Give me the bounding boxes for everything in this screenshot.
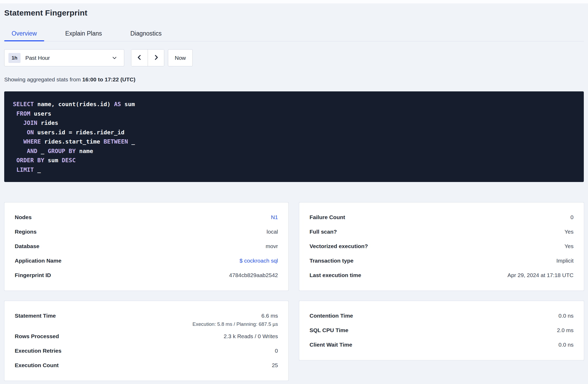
card-wait-times: Contention Time0.0 nsSQL CPU Time2.0 msC… [299,301,584,360]
sql-cpu-time-value: 2.0 ms [557,327,574,333]
sql-line: LIMIT _ [13,165,576,175]
stat-row: SQL CPU Time2.0 ms [310,323,574,337]
nodes-value-link[interactable]: N1 [271,214,278,220]
failure-count-label: Failure Count [310,214,345,220]
sql-statement-box: SELECT name, count(rides.id) AS sum FROM… [4,91,584,182]
stat-row: Vectorized execution?Yes [310,239,574,253]
now-button[interactable]: Now [168,49,193,66]
client-wait-time-label: Client Wait Time [310,342,352,348]
transaction-type-label: Transaction type [310,258,353,264]
stat-row: Fingerprint ID4784cb829aab2542 [15,268,278,282]
toolbar: 1h Past Hour [4,49,584,66]
last-execution-time-label: Last execution time [310,272,361,278]
stat-row: Statement Time6.6 msExecution: 5.8 ms / … [15,308,278,329]
full-scan-value: Yes [565,229,574,235]
sql-line: ORDER BY sum DESC [13,156,576,165]
stat-row: Failure Count0 [310,210,574,224]
tab-explain-plans[interactable]: Explain Plans [58,26,109,41]
stats-caption-prefix: Showing aggregated stats from [4,76,82,82]
stat-row: Transaction typeImplicit [310,253,574,268]
sql-line: FROM users [13,109,576,119]
sql-line: AND _ GROUP BY name [13,146,576,156]
tab-bar: OverviewExplain PlansDiagnostics [4,26,584,41]
database-value: movr [266,243,278,249]
database-label: Database [15,243,39,249]
stat-row: Databasemovr [15,239,278,253]
nodes-label: Nodes [15,214,32,220]
stat-row: Full scan?Yes [310,224,574,239]
interval-label: Past Hour [25,55,50,61]
vectorized-execution-value: Yes [565,243,574,249]
chevron-down-icon [111,55,118,61]
application-name-value-link[interactable]: $ cockroach sql [240,258,278,264]
statement-time-label: Statement Time [15,313,56,319]
card-statement-details: NodesN1RegionslocalDatabasemovrApplicati… [4,202,288,291]
client-wait-time-value: 0.0 ns [559,342,574,348]
rows-processed-value: 2.3 k Reads / 0 Writes [224,333,278,339]
cards-grid: NodesN1RegionslocalDatabasemovrApplicati… [4,202,584,381]
interval-badge: 1h [8,53,21,63]
stat-row: Regionslocal [15,224,278,239]
tab-diagnostics[interactable]: Diagnostics [123,26,169,41]
stat-row: Client Wait Time0.0 ns [310,337,574,352]
chevron-left-icon [136,54,143,62]
stat-row: Application Name$ cockroach sql [15,253,278,268]
full-scan-label: Full scan? [310,229,337,235]
sql-line: ON users.id = rides.rider_id [13,128,576,137]
fingerprint-id-label: Fingerprint ID [15,272,51,278]
transaction-type-value: Implicit [556,258,574,264]
statement-time-value: 6.6 ms [261,313,278,319]
fingerprint-id-value: 4784cb829aab2542 [229,272,278,278]
time-nav-group [131,49,164,66]
page-title: Statement Fingerprint [4,3,584,19]
stat-row: Execution Count25 [15,358,278,372]
application-name-label: Application Name [15,258,61,264]
prev-interval-button[interactable] [131,50,148,66]
time-interval-select[interactable]: 1h Past Hour [4,49,124,66]
stats-caption: Showing aggregated stats from 16:00 to 1… [4,76,584,83]
sql-line: WHERE rides.start_time BETWEEN _ [13,137,576,146]
sql-cpu-time-label: SQL CPU Time [310,327,348,333]
regions-label: Regions [15,229,37,235]
stat-row: NodesN1 [15,210,278,224]
stats-caption-range: 16:00 to 17:22 (UTC) [82,76,136,82]
execution-count-label: Execution Count [15,362,59,368]
sql-line: SELECT name, count(rides.id) AS sum [13,100,576,109]
execution-count-value: 25 [272,362,278,368]
stat-row: Rows Processed2.3 k Reads / 0 Writes [15,329,278,343]
card-statement-statistics: Statement Time6.6 msExecution: 5.8 ms / … [4,301,288,381]
stat-row: Execution Retries0 [15,343,278,358]
page-container: Statement Fingerprint OverviewExplain Pl… [0,3,588,381]
last-execution-time-value: Apr 29, 2024 at 17:18 UTC [507,272,574,278]
card-execution-attributes: Failure Count0Full scan?YesVectorized ex… [299,202,584,291]
next-interval-button[interactable] [148,50,164,66]
chevron-right-icon [153,54,160,62]
stat-row: Last execution timeApr 29, 2024 at 17:18… [310,268,574,282]
vectorized-execution-label: Vectorized execution? [310,243,368,249]
tab-overview[interactable]: Overview [4,26,44,41]
regions-value: local [267,229,278,235]
execution-retries-value: 0 [275,348,278,354]
contention-time-label: Contention Time [310,313,353,319]
execution-retries-label: Execution Retries [15,348,61,354]
rows-processed-label: Rows Processed [15,333,59,339]
sql-line: JOIN rides [13,118,576,128]
top-strip [0,0,588,3]
statement-time-subvalue: Execution: 5.8 ms / Planning: 687.5 µs [15,321,278,329]
contention-time-value: 0.0 ns [559,313,574,319]
failure-count-value: 0 [570,214,574,220]
stat-row: Contention Time0.0 ns [310,308,574,323]
